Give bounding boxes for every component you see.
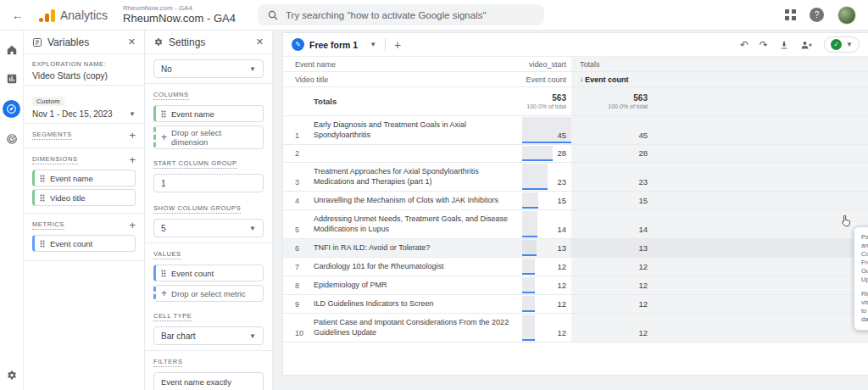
table-row[interactable]: 2 28 28 — [283, 145, 868, 163]
start-column-group-input[interactable]: 1 — [153, 174, 264, 192]
row-total-cell: 12 — [571, 258, 868, 276]
table-row[interactable]: 5 Addressing Unmet Needs, Treatment Goal… — [283, 210, 868, 239]
metric-chip-event-count[interactable]: Event count — [32, 235, 136, 252]
row-name-cell: 7 Cardiology 101 for the Rheumatologist — [283, 258, 522, 276]
admin-gear-icon[interactable] — [4, 368, 19, 383]
nested-rows-select[interactable]: No ▼ — [153, 59, 264, 78]
back-arrow-icon[interactable]: ← — [8, 8, 27, 22]
show-column-groups-select[interactable]: 5 ▼ — [153, 219, 264, 237]
row-value: 12 — [557, 262, 566, 271]
row-value: 12 — [557, 281, 566, 290]
row-rank: 1 — [295, 131, 314, 140]
account-property-switcher[interactable]: RheumNow.com - GA4 RheumNow.com - GA4 — [123, 4, 236, 25]
row-title: ILD Guidelines Indicators to Screen — [314, 298, 514, 309]
add-tab-button[interactable]: + — [394, 38, 401, 52]
column-header-event-name: Event name — [283, 57, 522, 71]
row-bar-cell: 14 — [522, 210, 571, 238]
add-dimension-icon[interactable]: + — [129, 156, 136, 164]
dimension-chip-event-name[interactable]: Event name — [32, 170, 136, 187]
advertising-icon[interactable] — [4, 131, 19, 147]
row-value: 23 — [557, 177, 566, 187]
row-name-cell: 4 Unravelling the Mechanism of Clots wit… — [283, 192, 522, 209]
row-total-cell: 14 — [571, 210, 868, 238]
row-rank: 6 — [295, 244, 314, 253]
table-row[interactable]: 8 Epidemiology of PMR 12 12 — [283, 276, 868, 295]
status-caret-icon: ▼ — [846, 41, 853, 48]
variables-panel-icon — [32, 37, 42, 47]
add-segment-icon[interactable]: + — [129, 131, 136, 140]
table-row[interactable]: 6 TNFI in RA ILD: Avoid or Tolerate? 13 … — [283, 239, 868, 258]
row-rank: 8 — [295, 281, 314, 290]
top-app-bar: ← Analytics RheumNow.com - GA4 RheumNow.… — [0, 0, 868, 31]
values-chip-event-count[interactable]: Event count — [153, 265, 264, 281]
row-bar-cell: 15 — [522, 192, 571, 209]
variables-panel-title: Variables — [47, 36, 89, 48]
dimensions-label: DIMENSIONS — [32, 155, 78, 164]
table-row[interactable]: 4 Unravelling the Mechanism of Clots wit… — [283, 192, 868, 210]
columns-chip-event-name[interactable]: Event name — [153, 105, 264, 122]
breadcrumb-large: RheumNow.com - GA4 — [123, 13, 236, 25]
metrics-label: METRICS — [32, 220, 64, 230]
status-menu-button[interactable]: ✓ ▼ — [824, 36, 860, 53]
subheader-event-count-sorted[interactable]: ↓ Event count — [571, 72, 868, 86]
download-icon[interactable] — [779, 40, 789, 50]
table-row[interactable]: 9 ILD Guidelines Indicators to Screen 12… — [283, 295, 868, 314]
redo-icon[interactable]: ↷ — [760, 39, 768, 51]
filter-item[interactable]: Event name exactly matches video_start — [153, 372, 264, 390]
context-tooltip: PatiandConFromGuiUpdRighvisuto idata — [854, 226, 868, 331]
tab-free-form-1[interactable]: ✎ Free form 1 ▼ — [292, 38, 376, 51]
dimension-chip-label: Event name — [50, 174, 93, 183]
add-metric-icon[interactable]: + — [129, 221, 136, 230]
date-range-picker[interactable]: Custom Nov 1 - Dec 15, 2023 ▼ — [24, 86, 144, 123]
row-bar-cell: 12 — [522, 314, 571, 342]
table-row[interactable]: 10 Patient Case and Impotant Considerati… — [283, 314, 868, 343]
drop-dimension-target[interactable]: + Drop or select dimension — [153, 125, 264, 149]
row-total-cell: 15 — [571, 192, 868, 209]
search-icon — [268, 10, 278, 20]
search-placeholder: Try searching "how to activate Google si… — [286, 10, 487, 20]
row-title: TNFI in RA ILD: Avoid or Tolerate? — [314, 242, 514, 253]
reports-icon[interactable] — [4, 71, 19, 86]
variables-panel: Variables ✕ EXPLORATION NAME: Video Star… — [24, 31, 145, 390]
undo-icon[interactable]: ↶ — [740, 39, 748, 51]
table-row[interactable]: 7 Cardiology 101 for the Rheumatologist … — [283, 258, 868, 276]
variables-close-icon[interactable]: ✕ — [128, 36, 136, 47]
table-row[interactable]: 3 Treatment Approaches for Axial Spondyl… — [283, 163, 868, 192]
exploration-name-label: EXPLORATION NAME: — [32, 60, 136, 68]
totals-label: Totals — [283, 87, 522, 115]
diagnostics-grid-icon[interactable] — [785, 9, 796, 20]
exploration-name-value[interactable]: Video Starts (copy) — [32, 70, 136, 81]
tab-bar: ✎ Free form 1 ▼ + ↶ ↷ ✓ ▼ — [283, 33, 868, 57]
row-bar-cell: 12 — [522, 295, 571, 313]
row-total-value: 28 — [571, 148, 648, 158]
help-icon[interactable]: ? — [810, 8, 824, 22]
row-rank: 5 — [295, 226, 314, 234]
share-users-icon[interactable] — [800, 40, 813, 50]
row-name-cell: 2 — [283, 145, 522, 162]
left-nav-rail — [0, 31, 24, 390]
home-icon[interactable] — [4, 42, 19, 58]
date-range-value: Nov 1 - Dec 15, 2023 — [32, 109, 113, 119]
settings-close-icon[interactable]: ✕ — [256, 36, 264, 47]
table-header-row-2: Video title Event count ↓ Event count — [283, 72, 868, 87]
row-rank: 2 — [295, 149, 314, 158]
drag-handle-icon — [40, 175, 45, 182]
table-row[interactable]: 1 Early Diagnosis and Treatment Goals in… — [283, 116, 868, 145]
explore-icon[interactable] — [3, 100, 20, 118]
settings-panel-icon — [153, 37, 164, 47]
drop-metric-target[interactable]: + Drop or select metric — [153, 285, 264, 302]
edit-pencil-icon: ✎ — [292, 38, 304, 51]
user-avatar[interactable] — [837, 6, 856, 25]
row-bar-cell: 45 — [522, 116, 571, 144]
dimension-chip-video-title[interactable]: Video title — [32, 189, 136, 206]
date-caret-icon: ▼ — [129, 110, 136, 118]
row-total-cell: 12 — [571, 295, 868, 313]
settings-panel-title: Settings — [169, 36, 205, 48]
cell-type-select[interactable]: Bar chart ▼ — [153, 326, 264, 345]
row-name-cell: 8 Epidemiology of PMR — [283, 276, 522, 294]
search-input[interactable]: Try searching "how to activate Google si… — [258, 4, 544, 25]
subheader-event-count[interactable]: Event count — [522, 72, 571, 86]
row-name-cell: 10 Patient Case and Impotant Considerati… — [283, 314, 522, 342]
product-name: Analytics — [60, 8, 108, 22]
row-title: Unravelling the Mechanism of Clots with … — [314, 195, 514, 205]
